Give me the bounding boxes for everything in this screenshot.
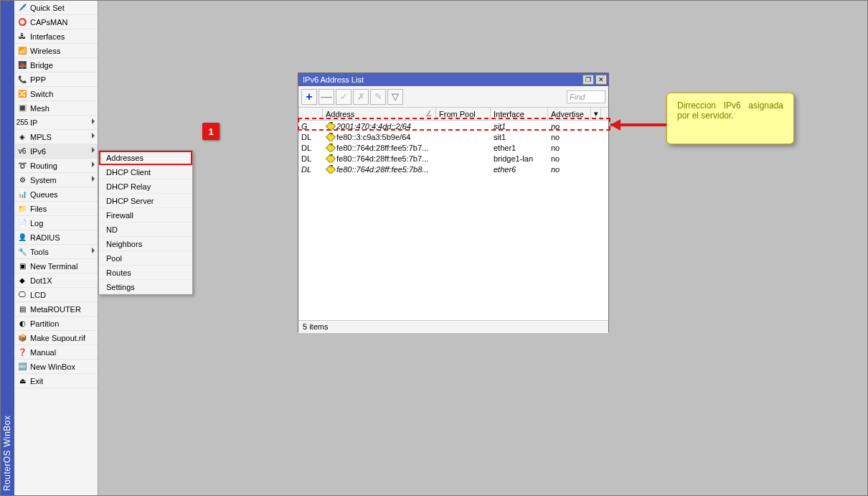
sidebar-item-label: IP [30,116,37,130]
row-address-text: fe80::764d:28ff:fee5:7b7... [336,144,428,152]
sidebar: 🖊️Quick Set⭕CAPsMAN🖧Interfaces📶Wireless🌉… [14,1,98,495]
col-flag[interactable] [298,108,323,120]
row-flag: G [298,122,323,131]
sidebar-item-mesh[interactable]: 🔳Mesh [14,101,98,116]
submenu-item-dhcp-client[interactable]: DHCP Client [99,165,192,179]
sidebar-item-label: Routing [30,159,57,173]
address-icon [326,122,336,131]
submenu-item-nd[interactable]: ND [99,223,192,237]
sidebar-item-exit[interactable]: ⏏Exit [14,374,98,388]
submenu-item-dhcp-server[interactable]: DHCP Server [99,194,192,208]
row-flag: DL [298,144,323,152]
window-close-button[interactable]: ✕ [595,75,607,85]
table-row[interactable]: DLfe80::764d:28ff:fee5:7b8...ether6no [298,164,608,174]
submenu-arrow-icon [92,118,95,124]
sidebar-item-label: RADIUS [30,230,60,245]
sidebar-item-system[interactable]: ⚙System [14,173,98,187]
sidebar-item-ppp[interactable]: 📞PPP [14,72,98,87]
row-interface: ether6 [491,165,548,174]
files-icon: 📁 [17,204,27,214]
submenu-item-firewall[interactable]: Firewall [99,208,192,223]
sidebar-item-manual[interactable]: ❓Manual [14,345,98,360]
col-menu-button[interactable]: ▾ [591,108,601,120]
sidebar-item-partition[interactable]: ◐Partition [14,317,98,331]
address-icon [326,144,336,152]
dot1x-icon: ◆ [17,276,27,286]
annotation-note: Dirreccion IPv6 asignada por el servidor… [666,93,794,144]
mpls-icon: ◈ [17,132,27,142]
col-from-pool[interactable]: From Pool [436,108,491,120]
sidebar-item-label: Dot1X [30,273,52,288]
sidebar-item-files[interactable]: 📁Files [14,202,98,216]
sidebar-item-mpls[interactable]: ◈MPLS [14,130,98,144]
sidebar-item-label: LCD [30,288,46,302]
sidebar-item-capsman[interactable]: ⭕CAPsMAN [14,15,98,29]
sidebar-item-lcd[interactable]: 🖵LCD [14,288,98,302]
window-titlebar[interactable]: IPv6 Address List ❐ ✕ [298,73,608,86]
sidebar-item-label: MetaROUTER [30,302,81,317]
new-terminal-icon: ▣ [17,261,27,271]
filter-button[interactable]: ▽ [387,89,403,105]
find-input[interactable]: Find [567,90,605,103]
app-vertical-title: RouterOS WinBox [1,1,14,495]
submenu-item-pool[interactable]: Pool [99,251,192,266]
sidebar-item-new-terminal[interactable]: ▣New Terminal [14,259,98,273]
col-address[interactable]: Address∠ [323,108,436,120]
sidebar-item-label: CAPsMAN [30,15,68,29]
sidebar-item-routing[interactable]: ➰Routing [14,159,98,173]
sidebar-item-label: Exit [30,374,43,388]
sidebar-item-wireless[interactable]: 📶Wireless [14,44,98,58]
submenu-item-addresses[interactable]: Addresses [99,151,192,165]
sidebar-item-new-winbox[interactable]: 🆕New WinBox [14,360,98,374]
add-button[interactable]: + [301,89,317,105]
sidebar-item-label: IPv6 [30,144,46,159]
sidebar-item-label: Tools [30,245,49,259]
col-interface[interactable]: Interface [491,108,548,120]
sidebar-item-tools[interactable]: 🔧Tools [14,245,98,259]
sidebar-item-dot1x[interactable]: ◆Dot1X [14,273,98,288]
disable-button[interactable]: ✗ [353,89,369,105]
table-row[interactable]: DLfe80::764d:28ff:fee5:7b7...ether1no [298,142,608,153]
row-interface: sit1 [491,133,548,141]
submenu-item-routes[interactable]: Routes [99,266,192,280]
sidebar-item-bridge[interactable]: 🌉Bridge [14,58,98,72]
submenu-item-neighbors[interactable]: Neighbors [99,237,192,251]
table-row[interactable]: DLfe80::764d:28ff:fee5:7b7...bridge1-lan… [298,153,608,164]
submenu-arrow-icon [92,147,95,153]
sidebar-item-label: Wireless [30,44,60,58]
address-icon [326,154,336,163]
sidebar-item-metarouter[interactable]: ▤MetaROUTER [14,302,98,317]
sidebar-item-log[interactable]: 📄Log [14,216,98,230]
sidebar-item-queues[interactable]: 📊Queues [14,187,98,202]
window-restore-button[interactable]: ❐ [582,75,594,85]
sidebar-item-make-supout-rif[interactable]: 📦Make Supout.rif [14,331,98,345]
sidebar-item-label: Partition [30,317,59,331]
sidebar-item-radius[interactable]: 👤RADIUS [14,230,98,245]
table-row[interactable]: DLfe80::3:c9a3:5b9e/64sit1no [298,131,608,142]
row-advertise: no [548,122,591,131]
metarouter-icon: ▤ [17,304,27,314]
queues-icon: 📊 [17,189,27,200]
manual-icon: ❓ [17,347,27,357]
enable-button[interactable]: ✓ [336,89,352,105]
remove-button[interactable]: — [319,89,334,105]
comment-button[interactable]: ✎ [370,89,386,105]
sidebar-item-ipv6[interactable]: v6IPv6 [14,144,98,159]
row-address: fe80::3:c9a3:5b9e/64 [323,133,436,141]
submenu-item-dhcp-relay[interactable]: DHCP Relay [99,179,192,194]
sidebar-item-interfaces[interactable]: 🖧Interfaces [14,29,98,44]
row-advertise: no [548,165,591,174]
row-advertise: no [548,133,591,141]
partition-icon: ◐ [17,319,27,329]
row-flag: DL [298,165,323,174]
make-supout-rif-icon: 📦 [17,333,27,343]
sidebar-item-quick-set[interactable]: 🖊️Quick Set [14,1,98,15]
submenu-item-settings[interactable]: Settings [99,280,192,294]
col-advertise[interactable]: Advertise [548,108,591,120]
annotation-arrow-head [610,119,621,131]
row-interface: bridge1-lan [491,154,548,163]
sidebar-item-switch[interactable]: 🔀Switch [14,87,98,101]
sidebar-item-ip[interactable]: 255IP [14,116,98,130]
lcd-icon: 🖵 [17,290,27,300]
table-row[interactable]: G2001:470:4:4dd::2/64sit1no [298,121,608,131]
